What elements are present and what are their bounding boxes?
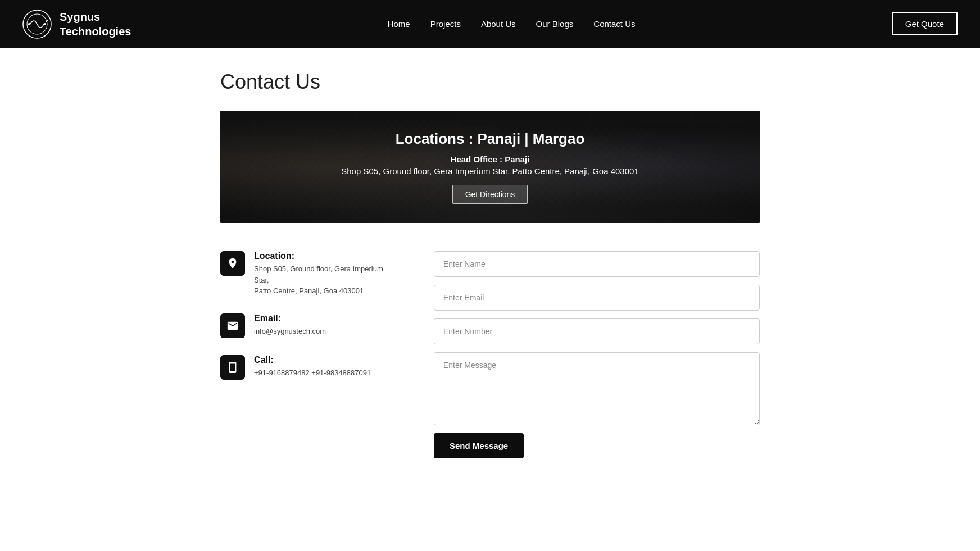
location-info-item: Location: Shop S05, Ground floor, Gera I… — [220, 251, 400, 297]
call-icon-box — [220, 355, 245, 380]
location-icon — [226, 257, 239, 270]
get-directions-button[interactable]: Get Directions — [452, 185, 528, 204]
nav-item-projects[interactable]: Projects — [430, 19, 461, 29]
nav-item-home[interactable]: Home — [388, 19, 410, 29]
nav-item-contact[interactable]: Contact Us — [593, 19, 635, 29]
email-label: Email: — [254, 313, 400, 324]
send-message-button[interactable]: Send Message — [434, 433, 524, 458]
hero-head-office-label: Head Office : Panaji — [341, 154, 638, 164]
message-textarea[interactable] — [434, 352, 760, 425]
page-content: Contact Us Locations : Panaji | Margao H… — [209, 48, 771, 492]
name-input[interactable] — [434, 251, 760, 277]
location-label: Location: — [254, 251, 400, 261]
nav-item-blogs[interactable]: Our Blogs — [536, 19, 574, 29]
email-input[interactable] — [434, 285, 760, 311]
svg-point-2 — [28, 23, 30, 25]
page-title: Contact Us — [220, 70, 760, 94]
nav-links: Home Projects About Us Our Blogs Contact… — [388, 19, 636, 29]
call-label: Call: — [254, 355, 400, 365]
location-info-text: Location: Shop S05, Ground floor, Gera I… — [254, 251, 400, 297]
hero-content: Locations : Panaji | Margao Head Office … — [341, 130, 638, 204]
email-info-text: Email: info@sygnustech.com — [254, 313, 400, 337]
number-input[interactable] — [434, 318, 760, 344]
svg-point-3 — [44, 23, 46, 25]
email-value: info@sygnustech.com — [254, 326, 400, 337]
nav-item-about[interactable]: About Us — [481, 19, 516, 29]
location-icon-box — [220, 251, 245, 276]
email-info-item: Email: info@sygnustech.com — [220, 313, 400, 338]
hero-address-text: Shop S05, Ground floor, Gera Imperium St… — [341, 166, 638, 176]
hero-banner: Locations : Panaji | Margao Head Office … — [220, 111, 760, 223]
get-quote-button[interactable]: Get Quote — [892, 12, 958, 35]
brand-name: Sygnus Technologies — [60, 10, 131, 39]
navbar: Sygnus Technologies Home Projects About … — [0, 0, 980, 48]
brand: Sygnus Technologies — [22, 10, 131, 39]
call-info-item: Call: +91-9168879482 +91-98348887091 — [220, 355, 400, 380]
contact-form: Send Message — [434, 251, 760, 458]
brand-logo-icon — [22, 10, 52, 39]
email-icon-box — [220, 313, 245, 338]
phone-icon — [226, 361, 239, 374]
contact-section: Location: Shop S05, Ground floor, Gera I… — [220, 251, 760, 458]
hero-locations-text: Locations : Panaji | Margao — [341, 130, 638, 148]
call-value: +91-9168879482 +91-98348887091 — [254, 367, 400, 379]
location-value: Shop S05, Ground floor, Gera Imperium St… — [254, 263, 400, 297]
contact-info: Location: Shop S05, Ground floor, Gera I… — [220, 251, 400, 380]
email-icon — [226, 320, 239, 332]
call-info-text: Call: +91-9168879482 +91-98348887091 — [254, 355, 400, 379]
